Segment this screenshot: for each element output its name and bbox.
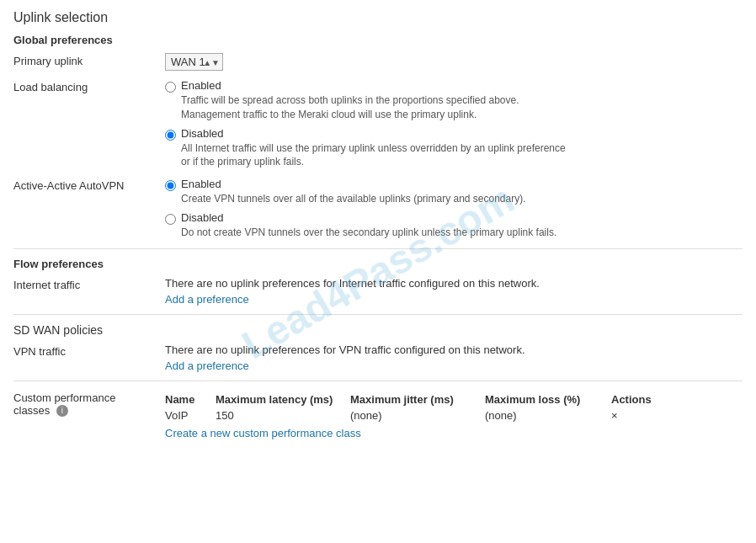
internet-traffic-no-pref: There are no uplink preferences for Inte…	[165, 277, 743, 290]
delete-row-icon[interactable]: ×	[611, 409, 618, 422]
row-jitter: (none)	[350, 409, 485, 422]
col-header-loss: Maximum loss (%)	[485, 393, 611, 406]
load-balancing-disabled-desc: All Internet traffic will use the primar…	[181, 141, 566, 170]
custom-perf-table-header: Name Maximum latency (ms) Maximum jitter…	[165, 393, 743, 406]
load-balancing-content: Enabled Traffic will be spread across bo…	[165, 79, 743, 169]
load-balancing-disabled-option: Disabled All Internet traffic will use t…	[165, 127, 743, 170]
divider-2	[13, 314, 743, 315]
info-icon[interactable]: i	[56, 405, 68, 417]
create-custom-perf-link[interactable]: Create a new custom performance class	[165, 427, 361, 439]
autovpn-enabled-label: Enabled Create VPN tunnels over all of t…	[181, 178, 526, 206]
row-name: VoIP	[165, 409, 216, 422]
custom-perf-table-row: VoIP 150 (none) (none) ×	[165, 409, 743, 422]
autovpn-content: Enabled Create VPN tunnels over all of t…	[165, 178, 743, 240]
autovpn-disabled-radio[interactable]	[165, 214, 176, 225]
divider-1	[13, 248, 743, 249]
primary-uplink-label: Primary uplink	[13, 53, 165, 67]
custom-performance-content: Name Maximum latency (ms) Maximum jitter…	[165, 390, 743, 439]
row-latency: 150	[216, 409, 350, 422]
col-header-actions: Actions	[611, 393, 679, 406]
load-balancing-enabled-desc: Traffic will be spread across both uplin…	[181, 93, 519, 122]
primary-uplink-content: WAN 1 WAN 2 ▲▼	[165, 53, 743, 71]
sd-wan-title: SD WAN policies	[13, 323, 743, 337]
autovpn-disabled-label: Disabled Do not create VPN tunnels over …	[181, 211, 556, 240]
col-header-jitter: Maximum jitter (ms)	[350, 393, 485, 406]
autovpn-enabled-option: Enabled Create VPN tunnels over all of t…	[165, 178, 743, 206]
row-loss: (none)	[485, 409, 611, 422]
load-balancing-row: Load balancing Enabled Traffic will be s…	[13, 79, 743, 169]
internet-traffic-content: There are no uplink preferences for Inte…	[165, 277, 743, 306]
custom-performance-label: Custom performanceclasses i	[13, 390, 165, 418]
load-balancing-label: Load balancing	[13, 79, 165, 93]
vpn-traffic-no-pref: There are no uplink preferences for VPN …	[165, 343, 743, 356]
vpn-traffic-label: VPN traffic	[13, 343, 165, 358]
load-balancing-enabled-radio[interactable]	[165, 82, 176, 93]
load-balancing-disabled-radio[interactable]	[165, 130, 176, 141]
col-header-latency: Maximum latency (ms)	[216, 393, 350, 406]
autovpn-row: Active-Active AutoVPN Enabled Create VPN…	[13, 178, 743, 240]
col-header-name: Name	[165, 393, 216, 406]
internet-traffic-label: Internet traffic	[13, 277, 165, 291]
flow-preferences-header: Flow preferences	[13, 258, 743, 270]
internet-traffic-row: Internet traffic There are no uplink pre…	[13, 277, 743, 306]
load-balancing-enabled-title: Enabled	[181, 79, 519, 92]
custom-performance-row: Custom performanceclasses i Name Maximum…	[13, 390, 743, 439]
load-balancing-radio-group: Enabled Traffic will be spread across bo…	[165, 79, 743, 169]
load-balancing-enabled-option: Enabled Traffic will be spread across bo…	[165, 79, 743, 122]
page-title: Uplink selection	[13, 10, 743, 25]
vpn-traffic-row: VPN traffic There are no uplink preferen…	[13, 343, 743, 372]
global-preferences-header: Global preferences	[13, 34, 743, 46]
primary-uplink-row: Primary uplink WAN 1 WAN 2 ▲▼	[13, 53, 743, 71]
load-balancing-enabled-label: Enabled Traffic will be spread across bo…	[181, 79, 519, 122]
autovpn-enabled-radio[interactable]	[165, 180, 176, 191]
primary-uplink-select-wrapper[interactable]: WAN 1 WAN 2 ▲▼	[165, 53, 223, 71]
autovpn-enabled-title: Enabled	[181, 178, 526, 190]
load-balancing-disabled-title: Disabled	[181, 127, 566, 140]
vpn-traffic-add-link[interactable]: Add a preference	[165, 359, 249, 372]
row-actions: ×	[611, 409, 679, 422]
vpn-traffic-content: There are no uplink preferences for VPN …	[165, 343, 743, 372]
autovpn-enabled-desc: Create VPN tunnels over all of the avail…	[181, 192, 526, 206]
internet-traffic-add-link[interactable]: Add a preference	[165, 293, 249, 306]
autovpn-disabled-desc: Do not create VPN tunnels over the secon…	[181, 226, 556, 240]
load-balancing-disabled-label: Disabled All Internet traffic will use t…	[181, 127, 566, 170]
divider-3	[13, 381, 743, 381]
autovpn-label: Active-Active AutoVPN	[13, 178, 165, 192]
autovpn-disabled-title: Disabled	[181, 211, 556, 224]
autovpn-radio-group: Enabled Create VPN tunnels over all of t…	[165, 178, 743, 240]
primary-uplink-select[interactable]: WAN 1 WAN 2	[165, 53, 223, 71]
autovpn-disabled-option: Disabled Do not create VPN tunnels over …	[165, 211, 743, 240]
